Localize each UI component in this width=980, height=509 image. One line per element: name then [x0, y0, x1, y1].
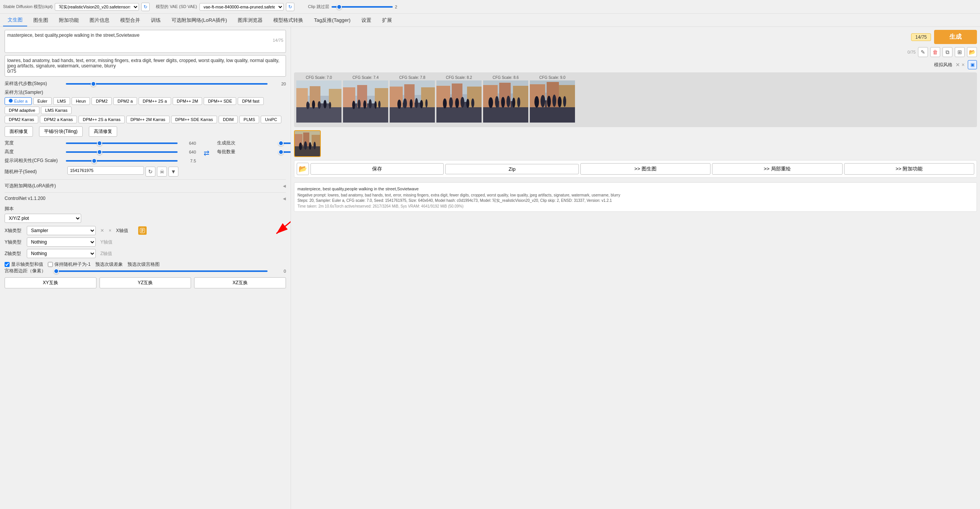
- copy-btn[interactable]: ⧉: [942, 47, 952, 57]
- x-axis-row: X轴类型 Sampler ✕ × X轴值: [5, 226, 286, 235]
- sampler-dpm2[interactable]: DPM2: [91, 97, 112, 105]
- sampler-euler[interactable]: Euler: [33, 97, 52, 105]
- sampler-dpm2sa-karras[interactable]: DPM++ 2S a Karras: [78, 116, 124, 123]
- svg-point-64: [517, 97, 520, 107]
- extras-btn[interactable]: >> 附加功能: [844, 163, 974, 175]
- seed-extra-btn[interactable]: ▼: [168, 167, 178, 177]
- tab-lora[interactable]: 可选附加网络(LoRA插件): [167, 15, 232, 26]
- model-select[interactable]: 写实(realisticVision20_v20.safetensors [c0…: [55, 3, 139, 11]
- width-row: 宽度 640: [5, 140, 196, 146]
- sampler-dpm-2sa[interactable]: DPM++ 2S a: [139, 97, 171, 105]
- sampler-euler-a[interactable]: Euler a: [5, 97, 32, 105]
- keep-seed-checkbox[interactable]: 保持随机种子为-1: [48, 261, 91, 268]
- gallery-item-2[interactable]: CFG Scale: 7.8: [390, 75, 435, 123]
- cfg-slider[interactable]: [66, 160, 178, 162]
- xy-exchange-btn[interactable]: XY互换: [5, 277, 96, 288]
- gallery-item-0[interactable]: CFG Scale: 7.0: [296, 75, 341, 123]
- y-type-select[interactable]: Nothing: [27, 237, 96, 247]
- tab-settings[interactable]: 设置: [357, 15, 376, 26]
- sampler-heun[interactable]: Heun: [72, 97, 90, 105]
- xz-exchange-btn[interactable]: XZ互换: [194, 277, 286, 288]
- lora-header[interactable]: 可选附加网络(LoRA插件) ◀: [5, 181, 286, 191]
- z-type-select[interactable]: Nothing: [27, 249, 96, 258]
- sampler-dpm-sde[interactable]: DPM++ SDE: [204, 97, 236, 105]
- open-folder-btn[interactable]: 📂: [297, 163, 309, 175]
- to-img2img-btn[interactable]: >> 图生图: [580, 163, 710, 175]
- sampler-dpm-adaptive[interactable]: DPM adaptive: [5, 106, 39, 114]
- seed-input[interactable]: [67, 166, 144, 175]
- tab-extensions[interactable]: 扩展: [377, 15, 397, 26]
- tab-txt2img[interactable]: 文生图: [3, 14, 27, 26]
- svg-point-23: [352, 101, 355, 109]
- sampler-ddim[interactable]: DDIM: [219, 116, 238, 123]
- gallery-item-3[interactable]: CFG Scale: 8.2: [436, 75, 482, 123]
- vae-select[interactable]: vae-ft-mse-840000-ema-pruned.safetensors: [199, 3, 284, 11]
- tab-pnginfo[interactable]: 图片信息: [85, 15, 114, 26]
- height-slider[interactable]: [66, 151, 178, 153]
- zip-btn[interactable]: Zip: [445, 164, 578, 174]
- sampler-lms[interactable]: LMS: [53, 97, 70, 105]
- tab-gallery[interactable]: 图库浏览器: [233, 15, 267, 26]
- steps-slider[interactable]: [66, 83, 268, 85]
- tab-merge[interactable]: 模型合并: [116, 15, 145, 26]
- tab-img2img[interactable]: 图生图: [29, 15, 53, 26]
- hires2-btn[interactable]: 高清修复: [89, 126, 117, 137]
- swap-icon[interactable]: ⇄: [204, 149, 209, 157]
- clip-slider[interactable]: [332, 6, 393, 8]
- positive-prompt[interactable]: masterpiece, best quality,people walking…: [5, 30, 286, 53]
- hires-fix-btn[interactable]: 面积修复: [5, 126, 33, 137]
- yz-exchange-btn[interactable]: YZ互换: [100, 277, 191, 288]
- bottom-action-bar: 📂 保存 Zip >> 图生图 >> 局部重绘 >> 附加功能: [294, 160, 977, 178]
- save-btn[interactable]: 保存: [310, 163, 444, 175]
- sampler-unipc[interactable]: UniPC: [261, 116, 281, 123]
- generate-button[interactable]: 生成: [934, 30, 977, 44]
- svg-point-16: [329, 102, 331, 109]
- sampler-dpm2-karras[interactable]: DPM2 Karras: [5, 116, 38, 123]
- gallery-item-4[interactable]: CFG Scale: 8.6: [483, 75, 528, 123]
- x-orange-btn[interactable]: [138, 226, 147, 235]
- seed-skull-btn[interactable]: ☠: [157, 167, 167, 177]
- script-label: 脚本: [5, 206, 286, 212]
- sampler-dpm-2m[interactable]: DPM++ 2M: [173, 97, 203, 105]
- tab-convert[interactable]: 模型格式转换: [269, 15, 308, 26]
- gallery-item-1[interactable]: CFG Scale: 7.4: [343, 75, 388, 123]
- script-select[interactable]: X/Y/Z plot: [5, 214, 81, 223]
- seed-recycle-btn[interactable]: ↻: [145, 167, 155, 177]
- negative-prompt[interactable]: lowres, bad anatomy, bad hands, text, er…: [5, 55, 286, 77]
- edit-style-btn[interactable]: ✎: [918, 47, 928, 57]
- batch-size-slider[interactable]: [278, 151, 291, 153]
- sampler-lms-karras[interactable]: LMS Karras: [41, 106, 72, 114]
- current-thumbnail[interactable]: [294, 130, 321, 157]
- trash-btn[interactable]: 🗑: [930, 47, 940, 57]
- tab-extras[interactable]: 附加功能: [54, 15, 83, 26]
- vae-refresh-btn[interactable]: ↻: [286, 3, 294, 11]
- svg-point-51: [466, 99, 469, 108]
- svg-point-59: [488, 97, 493, 108]
- sampler-dpm-fast[interactable]: DPM fast: [238, 97, 263, 105]
- sampler-dpm2-a[interactable]: DPM2 a: [113, 97, 137, 105]
- model-refresh-btn[interactable]: ↻: [141, 3, 150, 11]
- x-close-btn[interactable]: ✕: [100, 228, 104, 233]
- keep-seed-input[interactable]: [48, 262, 53, 267]
- sampler-plms[interactable]: PLMS: [239, 116, 259, 123]
- sampler-dpmsde-karras[interactable]: DPM++ SDE Karras: [171, 116, 217, 123]
- style-apply-btn[interactable]: ▣: [968, 60, 977, 69]
- sampler-dpm2a-karras[interactable]: DPM2 a Karras: [40, 116, 77, 123]
- x-type-select[interactable]: Sampler: [27, 226, 96, 235]
- width-slider[interactable]: [66, 142, 178, 144]
- sampler-dpm2m-karras[interactable]: DPM++ 2M Karras: [126, 116, 170, 123]
- tab-tagger[interactable]: Tag反推(Tagger): [309, 15, 355, 26]
- tab-train[interactable]: 训练: [146, 15, 165, 26]
- style-close-btn[interactable]: ✕ ×: [956, 62, 965, 68]
- gallery-item-5[interactable]: CFG Scale: 9.0: [530, 75, 575, 123]
- inpaint-btn[interactable]: >> 局部重绘: [712, 163, 842, 175]
- tiling-btn[interactable]: 平铺/分块(Tiling): [39, 126, 83, 137]
- folder-btn2[interactable]: 📂: [967, 47, 977, 57]
- grid-btn[interactable]: ⊞: [955, 47, 965, 57]
- show-labels-input[interactable]: [5, 262, 10, 267]
- controlnet-header[interactable]: ControlNet v1.1.200 ◀: [5, 194, 286, 203]
- batch-count-slider[interactable]: [278, 142, 291, 144]
- margin-slider[interactable]: [54, 270, 268, 272]
- show-labels-checkbox[interactable]: 显示轴类型和值: [5, 261, 43, 268]
- svg-point-48: [449, 97, 453, 108]
